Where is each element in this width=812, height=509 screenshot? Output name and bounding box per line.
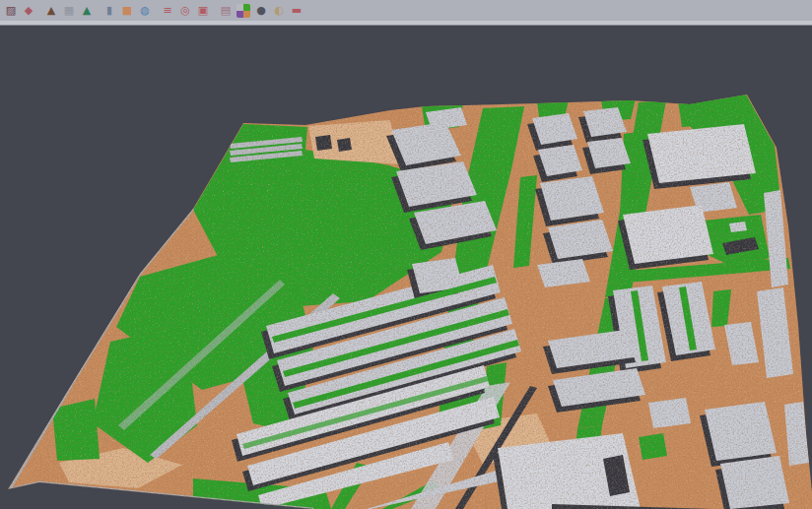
- prism-icon[interactable]: ▮: [102, 4, 116, 18]
- grid-icon[interactable]: ▤: [219, 4, 233, 18]
- camera-icon[interactable]: ●: [254, 4, 268, 18]
- measure-icon[interactable]: ◐: [272, 4, 286, 18]
- toolbar: ▨◆▲▦▲▮■◍≡◎▣▤●◐▬: [0, 0, 812, 21]
- ortho-icon[interactable]: ■: [120, 4, 134, 18]
- move-icon[interactable]: ◆: [22, 4, 35, 18]
- terrain-brown-icon[interactable]: ▲: [44, 4, 58, 18]
- scatter-icon[interactable]: ▦: [62, 4, 76, 18]
- application-window: ▨◆▲▦▲▮■◍≡◎▣▤●◐▬: [0, 0, 812, 509]
- scene-svg: [0, 26, 812, 509]
- flag-icon[interactable]: ▬: [290, 4, 304, 18]
- hill-green-icon[interactable]: ▲: [80, 4, 94, 18]
- globe-icon[interactable]: ◍: [138, 4, 152, 18]
- viewport-3d[interactable]: [0, 26, 812, 509]
- profile-icon[interactable]: ≡: [161, 4, 174, 18]
- classification-icon[interactable]: [237, 4, 250, 18]
- target-icon[interactable]: ◎: [178, 4, 192, 18]
- points-icon[interactable]: ▨: [4, 4, 18, 18]
- extent-icon[interactable]: ▣: [196, 4, 210, 18]
